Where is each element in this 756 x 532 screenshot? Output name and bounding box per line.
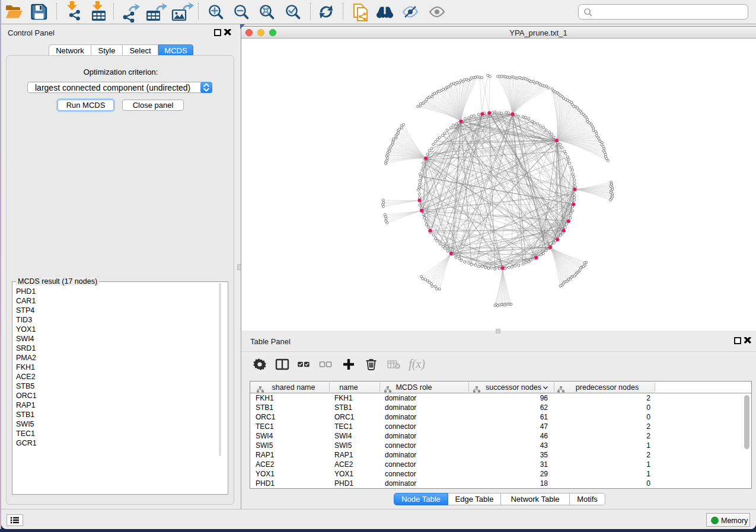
svg-text:f(x): f(x) (409, 357, 425, 371)
